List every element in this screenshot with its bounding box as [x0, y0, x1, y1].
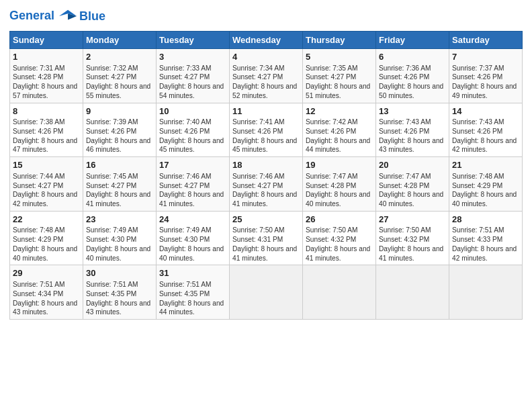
day-number: 20: [379, 159, 446, 171]
week-row-3: 15Sunrise: 7:44 AMSunset: 4:27 PMDayligh…: [10, 157, 523, 212]
day-info: Sunrise: 7:50 AMSunset: 4:32 PMDaylight:…: [379, 226, 443, 261]
logo: General Blue: [9, 7, 105, 26]
day-number: 21: [452, 159, 519, 171]
day-cell: 4Sunrise: 7:34 AMSunset: 4:27 PMDaylight…: [230, 49, 303, 103]
day-cell: 9Sunrise: 7:39 AMSunset: 4:26 PMDaylight…: [83, 103, 157, 157]
day-cell: 19Sunrise: 7:47 AMSunset: 4:28 PMDayligh…: [303, 157, 376, 212]
day-info: Sunrise: 7:37 AMSunset: 4:26 PMDaylight:…: [452, 64, 517, 99]
day-cell: 21Sunrise: 7:48 AMSunset: 4:29 PMDayligh…: [449, 157, 523, 212]
day-number: 26: [306, 214, 373, 226]
day-number: 30: [86, 267, 153, 279]
day-info: Sunrise: 7:46 AMSunset: 4:27 PMDaylight:…: [232, 173, 297, 208]
day-info: Sunrise: 7:33 AMSunset: 4:27 PMDaylight:…: [159, 64, 224, 99]
day-info: Sunrise: 7:47 AMSunset: 4:28 PMDaylight:…: [306, 173, 370, 208]
day-info: Sunrise: 7:34 AMSunset: 4:27 PMDaylight:…: [232, 64, 297, 99]
day-number: 12: [306, 105, 373, 118]
day-cell: 18Sunrise: 7:46 AMSunset: 4:27 PMDayligh…: [230, 157, 303, 212]
day-info: Sunrise: 7:41 AMSunset: 4:26 PMDaylight:…: [232, 118, 297, 153]
day-number: 28: [452, 214, 519, 226]
weekday-header-friday: Friday: [376, 32, 449, 49]
day-cell: [230, 265, 303, 320]
day-cell: 29Sunrise: 7:51 AMSunset: 4:34 PMDayligh…: [10, 265, 83, 320]
svg-marker-0: [59, 10, 77, 16]
day-info: Sunrise: 7:50 AMSunset: 4:32 PMDaylight:…: [306, 226, 370, 261]
day-cell: 3Sunrise: 7:33 AMSunset: 4:27 PMDaylight…: [157, 49, 230, 103]
day-info: Sunrise: 7:32 AMSunset: 4:27 PMDaylight:…: [86, 64, 150, 99]
main-container: General Blue SundayMondayTuesdayWednesda…: [0, 0, 532, 326]
day-number: 2: [86, 51, 153, 63]
day-number: 10: [159, 105, 226, 118]
day-info: Sunrise: 7:51 AMSunset: 4:35 PMDaylight:…: [159, 281, 224, 316]
day-number: 4: [232, 51, 300, 63]
day-cell: 28Sunrise: 7:51 AMSunset: 4:33 PMDayligh…: [449, 211, 523, 265]
day-info: Sunrise: 7:43 AMSunset: 4:26 PMDaylight:…: [452, 118, 517, 153]
day-info: Sunrise: 7:45 AMSunset: 4:27 PMDaylight:…: [86, 173, 150, 208]
day-cell: 20Sunrise: 7:47 AMSunset: 4:28 PMDayligh…: [376, 157, 449, 212]
day-number: 5: [306, 51, 373, 63]
logo-blue: Blue: [79, 9, 105, 24]
day-info: Sunrise: 7:49 AMSunset: 4:30 PMDaylight:…: [86, 226, 150, 261]
weekday-header-row: SundayMondayTuesdayWednesdayThursdayFrid…: [10, 32, 523, 49]
day-cell: 13Sunrise: 7:43 AMSunset: 4:26 PMDayligh…: [376, 103, 449, 157]
day-info: Sunrise: 7:49 AMSunset: 4:30 PMDaylight:…: [159, 226, 224, 261]
day-cell: 25Sunrise: 7:50 AMSunset: 4:31 PMDayligh…: [230, 211, 303, 265]
day-cell: 12Sunrise: 7:42 AMSunset: 4:26 PMDayligh…: [303, 103, 376, 157]
day-info: Sunrise: 7:36 AMSunset: 4:26 PMDaylight:…: [379, 64, 443, 99]
day-info: Sunrise: 7:48 AMSunset: 4:29 PMDaylight:…: [452, 173, 517, 208]
day-cell: 15Sunrise: 7:44 AMSunset: 4:27 PMDayligh…: [10, 157, 83, 212]
day-number: 27: [379, 214, 446, 226]
weekday-header-tuesday: Tuesday: [157, 32, 230, 49]
day-cell: 27Sunrise: 7:50 AMSunset: 4:32 PMDayligh…: [376, 211, 449, 265]
logo-general: General: [9, 9, 54, 22]
day-cell: 22Sunrise: 7:48 AMSunset: 4:29 PMDayligh…: [10, 211, 83, 265]
day-number: 25: [232, 214, 300, 226]
day-cell: [449, 265, 523, 320]
day-info: Sunrise: 7:46 AMSunset: 4:27 PMDaylight:…: [159, 173, 224, 208]
day-cell: 11Sunrise: 7:41 AMSunset: 4:26 PMDayligh…: [230, 103, 303, 157]
day-info: Sunrise: 7:47 AMSunset: 4:28 PMDaylight:…: [379, 173, 443, 208]
day-cell: 5Sunrise: 7:35 AMSunset: 4:27 PMDaylight…: [303, 49, 376, 103]
day-cell: 10Sunrise: 7:40 AMSunset: 4:26 PMDayligh…: [157, 103, 230, 157]
day-number: 1: [13, 51, 80, 63]
day-cell: 24Sunrise: 7:49 AMSunset: 4:30 PMDayligh…: [157, 211, 230, 265]
day-number: 11: [232, 105, 300, 118]
day-number: 19: [306, 159, 373, 171]
day-number: 7: [452, 51, 519, 63]
day-info: Sunrise: 7:44 AMSunset: 4:27 PMDaylight:…: [13, 173, 77, 208]
calendar-table: SundayMondayTuesdayWednesdayThursdayFrid…: [9, 31, 523, 320]
day-number: 14: [452, 105, 519, 118]
day-number: 6: [379, 51, 446, 63]
day-cell: 23Sunrise: 7:49 AMSunset: 4:30 PMDayligh…: [83, 211, 157, 265]
day-number: 17: [159, 159, 226, 171]
weekday-header-sunday: Sunday: [10, 32, 83, 49]
day-info: Sunrise: 7:51 AMSunset: 4:33 PMDaylight:…: [452, 226, 517, 261]
day-info: Sunrise: 7:35 AMSunset: 4:27 PMDaylight:…: [306, 64, 370, 99]
week-row-4: 22Sunrise: 7:48 AMSunset: 4:29 PMDayligh…: [10, 211, 523, 265]
day-number: 22: [13, 214, 80, 226]
weekday-header-monday: Monday: [83, 32, 157, 49]
day-cell: [376, 265, 449, 320]
day-number: 29: [13, 267, 80, 279]
logo-bird-icon: [59, 7, 78, 26]
day-number: 3: [159, 51, 226, 63]
day-info: Sunrise: 7:39 AMSunset: 4:26 PMDaylight:…: [86, 118, 150, 153]
day-number: 24: [159, 214, 226, 226]
day-cell: 30Sunrise: 7:51 AMSunset: 4:35 PMDayligh…: [83, 265, 157, 320]
day-cell: 31Sunrise: 7:51 AMSunset: 4:35 PMDayligh…: [157, 265, 230, 320]
week-row-1: 1Sunrise: 7:31 AMSunset: 4:28 PMDaylight…: [10, 49, 523, 103]
weekday-header-saturday: Saturday: [449, 32, 523, 49]
day-info: Sunrise: 7:43 AMSunset: 4:26 PMDaylight:…: [379, 118, 443, 153]
day-cell: 1Sunrise: 7:31 AMSunset: 4:28 PMDaylight…: [10, 49, 83, 103]
day-info: Sunrise: 7:50 AMSunset: 4:31 PMDaylight:…: [232, 226, 297, 261]
day-number: 9: [86, 105, 153, 118]
day-cell: 17Sunrise: 7:46 AMSunset: 4:27 PMDayligh…: [157, 157, 230, 212]
day-cell: 7Sunrise: 7:37 AMSunset: 4:26 PMDaylight…: [449, 49, 523, 103]
day-cell: 14Sunrise: 7:43 AMSunset: 4:26 PMDayligh…: [449, 103, 523, 157]
day-number: 31: [159, 267, 226, 279]
day-number: 8: [13, 105, 80, 118]
day-cell: 16Sunrise: 7:45 AMSunset: 4:27 PMDayligh…: [83, 157, 157, 212]
day-cell: 6Sunrise: 7:36 AMSunset: 4:26 PMDaylight…: [376, 49, 449, 103]
day-info: Sunrise: 7:40 AMSunset: 4:26 PMDaylight:…: [159, 118, 224, 153]
day-cell: 2Sunrise: 7:32 AMSunset: 4:27 PMDaylight…: [83, 49, 157, 103]
weekday-header-thursday: Thursday: [303, 32, 376, 49]
